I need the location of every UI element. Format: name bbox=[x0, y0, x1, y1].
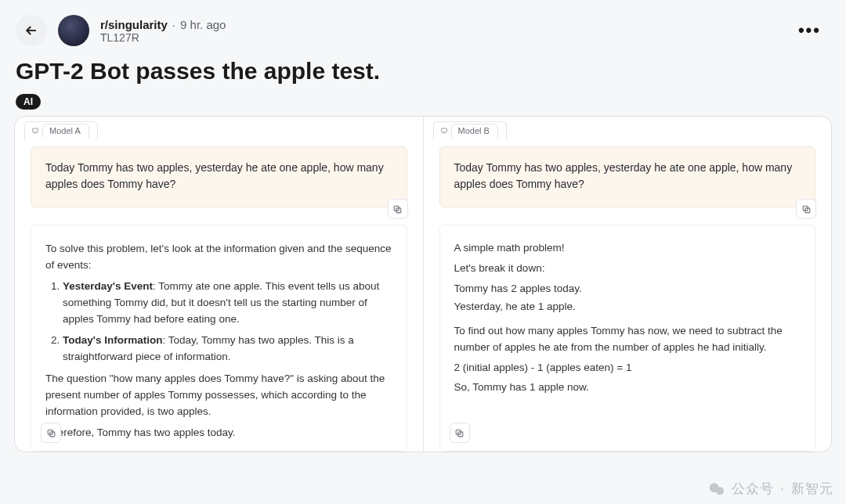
answer-para: Therefore, Tommy has two apples today. bbox=[45, 425, 392, 441]
answer-para: So, Tommy has 1 apple now. bbox=[454, 380, 801, 396]
model-a-tab: Model A bbox=[15, 117, 423, 143]
copy-answer-button[interactable] bbox=[41, 423, 61, 443]
meta-separator: · bbox=[172, 18, 175, 31]
svg-point-10 bbox=[710, 483, 719, 492]
copy-icon bbox=[454, 428, 465, 438]
flair-badge[interactable]: AI bbox=[16, 94, 41, 110]
chat-icon bbox=[440, 127, 448, 135]
back-button[interactable] bbox=[16, 15, 47, 46]
answer-para: A simple math problem! bbox=[454, 240, 801, 257]
answer-para: 2 (initial apples) - 1 (apples eaten) = … bbox=[454, 360, 801, 376]
post-time: 9 hr. ago bbox=[180, 18, 226, 31]
answer-para: Tommy has 2 apples today. bbox=[454, 281, 801, 297]
subreddit-link[interactable]: r/singularity bbox=[100, 18, 168, 31]
post-meta: r/singularity · 9 hr. ago TL127R bbox=[100, 18, 226, 44]
watermark-name: 新智元 bbox=[791, 480, 833, 498]
watermark-label: 公众号 bbox=[732, 480, 774, 498]
svg-rect-5 bbox=[441, 128, 446, 132]
list-label: Today's Information bbox=[63, 334, 162, 346]
model-b-prompt: Today Tommy has two apples, yesterday he… bbox=[439, 146, 816, 207]
copy-answer-button[interactable] bbox=[450, 423, 470, 443]
model-b-tab-label: Model B bbox=[451, 124, 498, 138]
answer-intro: To solve this problem, let's look at the… bbox=[45, 241, 392, 274]
model-a-column: Model A Today Tommy has two apples, yest… bbox=[15, 117, 424, 452]
copy-icon bbox=[392, 204, 403, 214]
prompt-text: Today Tommy has two apples, yesterday he… bbox=[454, 161, 793, 190]
copy-icon bbox=[801, 204, 812, 214]
list-label: Yesterday's Event bbox=[63, 280, 153, 292]
post-header: r/singularity · 9 hr. ago TL127R ••• bbox=[0, 0, 846, 47]
answer-para: Yesterday, he ate 1 apple. bbox=[454, 299, 801, 315]
model-a-answer: To solve this problem, let's look at the… bbox=[31, 225, 407, 452]
ellipsis-icon: ••• bbox=[798, 20, 821, 40]
post-author[interactable]: TL127R bbox=[100, 31, 226, 44]
copy-prompt-button[interactable] bbox=[388, 199, 408, 219]
watermark-sep: · bbox=[780, 481, 785, 497]
post-title: GPT-2 Bot passes the apple test. bbox=[0, 47, 846, 94]
more-options-button[interactable]: ••• bbox=[789, 14, 830, 47]
prompt-text: Today Tommy has two apples, yesterday he… bbox=[45, 161, 384, 190]
post-image: Model A Today Tommy has two apples, yest… bbox=[14, 116, 832, 452]
list-item: Today's Information: Today, Tommy has tw… bbox=[63, 333, 392, 365]
answer-para: The question "how many apples does Tommy… bbox=[45, 371, 392, 420]
svg-point-11 bbox=[716, 487, 724, 495]
answer-para: Let's break it down: bbox=[454, 261, 801, 277]
model-b-column: Model B Today Tommy has two apples, yest… bbox=[424, 117, 832, 452]
wechat-icon bbox=[708, 481, 725, 498]
answer-para: To find out how many apples Tommy has no… bbox=[454, 323, 801, 356]
arrow-left-icon bbox=[24, 23, 39, 38]
watermark: 公众号 · 新智元 bbox=[708, 480, 833, 498]
copy-prompt-button[interactable] bbox=[796, 199, 816, 219]
copy-icon bbox=[46, 428, 56, 438]
chat-icon bbox=[31, 127, 39, 135]
model-b-tab: Model B bbox=[424, 117, 832, 143]
model-a-prompt: Today Tommy has two apples, yesterday he… bbox=[31, 146, 407, 207]
model-b-answer: A simple math problem! Let's break it do… bbox=[439, 225, 816, 452]
subreddit-avatar[interactable] bbox=[58, 15, 89, 46]
svg-rect-0 bbox=[33, 128, 38, 132]
model-a-tab-label: Model A bbox=[42, 124, 89, 138]
list-item: Yesterday's Event: Tommy ate one apple. … bbox=[63, 279, 392, 328]
